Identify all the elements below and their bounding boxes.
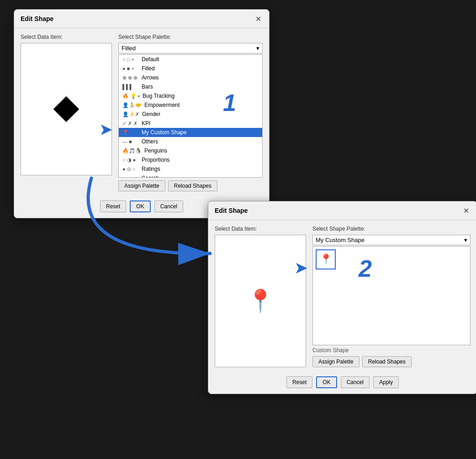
dialog2-title: Edit Shape: [215, 207, 248, 214]
item-icon: ● ■ +: [122, 66, 139, 71]
dialog2-footer: Reset OK Cancel Apply: [208, 373, 476, 394]
dialog2-reload-shapes-button[interactable]: Reload Shapes: [362, 356, 412, 367]
dialog1-title: Edit Shape: [21, 15, 53, 22]
dialog2-palette-dropdown[interactable]: My Custom Shape ▾: [312, 235, 471, 245]
list-item[interactable]: ○ □ + Default: [119, 55, 262, 64]
dialog2-dropdown-arrow-icon: ▾: [464, 237, 467, 243]
dialog1-dropdown-arrow-icon: ▾: [256, 45, 259, 52]
dialog2-palette-buttons: Assign Palette Reload Shapes: [312, 356, 471, 367]
list-item[interactable]: 🔥 💡 ▪ Bug Tracking: [119, 91, 262, 100]
dialog2-body: Select Data Item: 📍 Select Shape Palette…: [208, 220, 476, 373]
dialog1-data-item-section: Select Data Item:: [21, 34, 112, 191]
dialog1-data-item-label: Select Data Item:: [21, 34, 112, 40]
item-icon: ○ □ +: [122, 57, 139, 62]
item-icon: ▌▌▌: [122, 84, 139, 90]
dialog1-close-button[interactable]: ✕: [254, 14, 263, 23]
item-label: Gender: [142, 111, 160, 117]
dialog2-ok-button[interactable]: OK: [316, 376, 337, 388]
diamond-shape: [53, 96, 79, 122]
dialog2-assign-palette-button[interactable]: Assign Palette: [312, 356, 360, 367]
item-label: Empowerment: [144, 102, 180, 108]
list-item[interactable]: ▌▌▌ Bars: [119, 82, 262, 91]
location-pin-icon: 📍: [247, 290, 274, 312]
dialog2-titlebar: Edit Shape ✕: [208, 201, 476, 220]
dialog2-apply-button[interactable]: Apply: [373, 376, 399, 388]
item-icon: 👤🏃🤝: [122, 102, 142, 108]
item-label: Bug Tracking: [143, 93, 175, 99]
list-item[interactable]: — — Search: [119, 174, 262, 178]
edit-shape-dialog-2: Edit Shape ✕ Select Data Item: 📍 Select …: [208, 201, 476, 394]
dialog1-reload-shapes-button[interactable]: Reload Shapes: [168, 180, 217, 191]
item-icon: 👤⚡✗: [122, 111, 139, 117]
dialog2-palette-label: Select Shape Palette:: [312, 226, 471, 232]
item-label: Bars: [142, 84, 153, 90]
dialog1-dropdown-value: Filled: [122, 45, 136, 52]
dialog1-palette-dropdown[interactable]: Filled ▾: [118, 43, 263, 53]
list-item[interactable]: — ■ Others: [119, 137, 262, 146]
list-item[interactable]: 👤🏃🤝 Empowerment: [119, 100, 262, 110]
item-icon: — —: [122, 175, 139, 178]
arrow1-icon: ➤: [100, 121, 112, 138]
item-label: Penguins: [144, 148, 167, 154]
item-label: Proportions: [142, 157, 169, 163]
item-icon: ○ ◑ ●: [122, 157, 139, 163]
badge-1: 1: [223, 89, 236, 116]
dialog2-dropdown-value: My Custom Shape: [316, 237, 365, 243]
item-icon: — ■: [122, 139, 139, 144]
item-icon: ⊕ ⊕ ⊕: [122, 75, 139, 81]
list-item[interactable]: ⊕ ⊕ ⊕ Arrows: [119, 73, 262, 82]
item-icon: ✓ ✗ ✗: [122, 121, 139, 127]
dialog1-ok-button[interactable]: OK: [130, 200, 150, 212]
custom-shape-label: Custom Shape: [312, 347, 471, 353]
dialog1-data-item-box: [21, 43, 112, 175]
custom-shape-row: 📍: [316, 249, 336, 269]
dialog2-content: Select Data Item: 📍 Select Shape Palette…: [215, 226, 471, 367]
list-item[interactable]: ✓ ✗ ✗ KPI: [119, 119, 262, 128]
list-item[interactable]: 👤⚡✗ Gender: [119, 110, 262, 119]
dialog1-titlebar: Edit Shape ✕: [14, 10, 269, 28]
dialog2-data-item-section: Select Data Item: 📍: [215, 226, 306, 367]
selected-location-pin-icon: 📍: [320, 253, 332, 265]
item-label: KPI: [142, 120, 150, 127]
dialog2-shape-palette-area[interactable]: 📍: [312, 246, 471, 345]
item-label: Arrows: [142, 74, 159, 81]
dialog2-cancel-button[interactable]: Cancel: [341, 376, 370, 388]
dialog1-reset-button[interactable]: Reset: [100, 200, 126, 212]
list-item[interactable]: 🔥🎵🐧 Penguins: [119, 146, 262, 155]
dialog2-data-item-label: Select Data Item:: [215, 226, 306, 232]
item-label: Ratings: [142, 166, 160, 172]
arrow2-icon: ➤: [295, 259, 307, 277]
item-icon: ● ⊙ ○: [122, 166, 139, 172]
item-icon: 🔥 💡 ▪: [122, 93, 140, 99]
item-label: Filled: [142, 65, 155, 72]
list-item-my-custom-shape[interactable]: 📍 My Custom Shape: [119, 128, 262, 137]
item-label: Others: [142, 138, 158, 145]
dialog1-dropdown-list[interactable]: ○ □ + Default ● ■ + Filled ⊕ ⊕ ⊕ Arrows: [118, 54, 263, 178]
item-icon: 📍: [122, 130, 139, 136]
dialog2-data-item-box: 📍: [215, 235, 306, 367]
selected-shape-box[interactable]: 📍: [316, 249, 336, 269]
dialog1-palette-buttons: Assign Palette Reload Shapes: [118, 180, 263, 191]
dialog1-assign-palette-button[interactable]: Assign Palette: [118, 180, 165, 191]
item-label: Search: [142, 175, 159, 178]
list-item[interactable]: ● ⊙ ○ Ratings: [119, 164, 262, 174]
dialog1-palette-label: Select Shape Palette:: [118, 34, 263, 40]
item-icon: 🔥🎵🐧: [122, 148, 142, 154]
dialog2-close-button[interactable]: ✕: [461, 206, 471, 215]
list-item[interactable]: ● ■ + Filled: [119, 64, 262, 73]
badge-2: 2: [359, 255, 372, 282]
dialog1-palette-section: Select Shape Palette: Filled ▾ ○ □ + Def…: [118, 34, 263, 191]
item-label: My Custom Shape: [142, 129, 187, 136]
dialog2-reset-button[interactable]: Reset: [286, 376, 312, 388]
dialog1-cancel-button[interactable]: Cancel: [154, 200, 183, 212]
dialog2-palette-section: Select Shape Palette: My Custom Shape ▾ …: [312, 226, 471, 367]
item-label: Default: [142, 56, 159, 63]
list-item[interactable]: ○ ◑ ● Proportions: [119, 155, 262, 164]
